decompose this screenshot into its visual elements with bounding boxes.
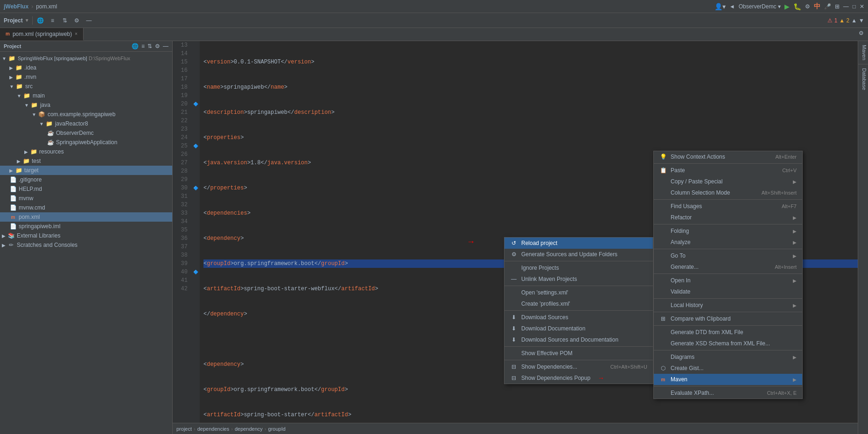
title-bar-right: 👤▾ ◄ ObserverDemc ▾ ▶ 🐛 ⚙ 中 🎤 ⊞ — □ ✕ — [714, 2, 864, 11]
menu-item-copy-paste-special[interactable]: Copy / Paste Special ▶ — [654, 176, 802, 187]
menu-item-compare-clipboard[interactable]: ⊞ Compare with Clipboard — [654, 313, 802, 324]
menu-item-download-sources[interactable]: ⬇ Download Sources — [504, 312, 653, 323]
title-minimize[interactable]: — — [843, 3, 849, 10]
sidebar-item-idea[interactable]: ▶ 📁 .idea — [0, 63, 172, 72]
sidebar-item-scratches[interactable]: ▶ ✏ Scratches and Consoles — [0, 240, 172, 250]
menu-item-open-settings[interactable]: Open 'settings.xml' — [504, 287, 653, 298]
sidebar-item-main[interactable]: ▼ 📁 main — [0, 91, 172, 100]
menu-item-show-effective-pom[interactable]: Show Effective POM — [504, 348, 653, 359]
title-mic[interactable]: 🎤 — [824, 3, 831, 10]
menu-item-paste[interactable]: 📋 Paste Ctrl+V — [654, 165, 802, 176]
menu-item-find-usages[interactable]: Find Usages Alt+F7 — [654, 201, 802, 212]
menu-item-create-gist[interactable]: ⬡ Create Gist... — [654, 363, 802, 374]
title-debug-btn[interactable]: 🐛 — [793, 3, 801, 10]
title-icon-user[interactable]: 👤▾ — [714, 3, 726, 10]
sidebar-item-pomxml[interactable]: m pom.xml — [0, 212, 172, 222]
nav-down[interactable]: ▼ — [859, 17, 864, 24]
sidebar-item-src[interactable]: ▼ 📁 src — [0, 82, 172, 91]
title-nav-back[interactable]: ◄ — [729, 3, 735, 10]
warning-count[interactable]: ▲ 2 — [839, 17, 849, 24]
sidebar-item-resources[interactable]: ▶ 📁 resources — [0, 147, 172, 156]
menu-item-show-deps-popup[interactable]: ⊟ Show Dependencies Popup → — [504, 372, 653, 384]
sidebar-sort[interactable]: ⇅ — [147, 43, 152, 49]
breadcrumb-project: project — [176, 426, 192, 432]
sidebar-item-mvnwcmd[interactable]: 📄 mvnw.cmd — [0, 203, 172, 212]
toolbar-btn-globe[interactable]: 🌐 — [35, 15, 46, 26]
menu-item-generate[interactable]: Generate... Alt+Insert — [654, 261, 802, 273]
menu-item-open-in[interactable]: Open In ▶ — [654, 275, 802, 286]
sidebar-item-mvnw[interactable]: 📄 mvnw — [0, 194, 172, 203]
menu-item-ignore-projects[interactable]: Ignore Projects — [504, 262, 653, 273]
sidebar-list[interactable]: ≡ — [141, 43, 145, 49]
toolbar-dropdown[interactable]: ▼ — [25, 18, 29, 23]
arrow-target: ▶ — [9, 168, 13, 173]
folder-icon-resources: 📁 — [30, 148, 37, 155]
sidebar-item-test[interactable]: ▶ 📁 test — [0, 156, 172, 166]
tab-pom-xml[interactable]: m pom.xml (springapiweb) × — [0, 28, 84, 41]
menu-sep-r3 — [654, 224, 802, 224]
tab-settings-btn[interactable]: ⚙ — [856, 28, 866, 38]
sidebar-item-observerdemc[interactable]: ☕ ObserverDemc — [0, 128, 172, 138]
menu-item-local-history[interactable]: Local History ▶ — [654, 300, 802, 311]
file-icon-helpmd: 📄 — [9, 185, 17, 193]
arrow-goto: ▶ — [793, 253, 797, 259]
sidebar-item-javareactor[interactable]: ▼ 📁 javaReactor8 — [0, 119, 172, 128]
menu-item-column-selection[interactable]: Column Selection Mode Alt+Shift+Insert — [654, 187, 802, 198]
menu-item-validate[interactable]: Validate — [654, 286, 802, 297]
sidebar-item-package[interactable]: ▼ 📦 com.example.springapiweb — [0, 110, 172, 119]
sidebar-minimize[interactable]: — — [163, 43, 168, 49]
menu-item-reload-project[interactable]: ↺ Reload project — [504, 238, 653, 249]
menu-item-goto[interactable]: Go To ▶ — [654, 250, 802, 261]
sidebar-item-springapiwebapp[interactable]: ☕ SpringapiwebApplication — [0, 138, 172, 147]
database-side-panel[interactable]: Database — [858, 64, 868, 94]
menu-item-refactor[interactable]: Refactor ▶ — [654, 212, 802, 223]
line-num-29: 29 — [176, 175, 188, 184]
error-count[interactable]: ⚠ 1 — [827, 17, 837, 24]
sidebar-glob[interactable]: 🌐 — [132, 43, 139, 49]
sidebar-item-target[interactable]: ▶ 📁 target — [0, 166, 172, 175]
menu-item-generate-sources[interactable]: ⚙ Generate Sources and Update Folders — [504, 249, 653, 260]
menu-item-context-actions[interactable]: 💡 Show Context Actions Alt+Enter — [654, 151, 802, 162]
sidebar-item-iml[interactable]: 📄 springapiweb.iml — [0, 222, 172, 231]
title-cn[interactable]: 中 — [814, 2, 820, 11]
breadcrumb-dependency: dependency — [235, 426, 263, 432]
toolbar-btn-sort[interactable]: ⇅ — [60, 15, 70, 26]
sidebar-gear[interactable]: ⚙ — [155, 43, 160, 49]
title-grid[interactable]: ⊞ — [835, 3, 840, 10]
line-num-28: 28 — [176, 167, 188, 175]
nav-up[interactable]: ▲ — [851, 17, 857, 24]
toolbar-btn-list[interactable]: ≡ — [48, 15, 58, 26]
maven-side-panel[interactable]: Maven — [858, 41, 868, 64]
menu-item-download-docs[interactable]: ⬇ Download Documentation — [504, 323, 653, 334]
sidebar-item-extlibs[interactable]: ▶ 📚 External Libraries — [0, 231, 172, 240]
toolbar-btn-gear[interactable]: ⚙ — [72, 15, 82, 26]
menu-item-maven[interactable]: m Maven ▶ — [654, 374, 802, 385]
menu-item-generate-dtd[interactable]: Generate DTD from XML File — [654, 327, 802, 338]
menu-item-generate-xsd[interactable]: Generate XSD Schema from XML File... — [654, 338, 802, 349]
line-num-39: 39 — [176, 259, 188, 268]
sidebar-item-mvn[interactable]: ▶ 📁 .mvn — [0, 72, 172, 82]
title-maximize[interactable]: □ — [853, 3, 856, 10]
sidebar-item-gitignore[interactable]: 📄 .gitignore — [0, 175, 172, 184]
folder-icon-root: 📁 — [8, 55, 16, 62]
menu-item-create-profiles[interactable]: Create 'profiles.xml' — [504, 298, 653, 309]
menu-item-diagrams[interactable]: Diagrams ▶ — [654, 351, 802, 363]
show-deps-icon: ⊟ — [510, 363, 518, 371]
sidebar-item-root[interactable]: ▼ 📁 SpringWebFlux [springapiweb] D:\Spri… — [0, 54, 172, 63]
sidebar-item-java[interactable]: ▼ 📁 java — [0, 100, 172, 110]
menu-item-evaluate-xpath[interactable]: Evaluate XPath... Ctrl+Alt+X, E — [654, 387, 802, 399]
sidebar-item-helpmd[interactable]: 📄 HELP.md — [0, 184, 172, 194]
menu-item-download-both[interactable]: ⬇ Download Sources and Documentation — [504, 334, 653, 345]
title-profile-selector[interactable]: ObserverDemc ▾ — [739, 3, 781, 10]
title-close[interactable]: ✕ — [860, 3, 864, 10]
sidebar: Project 🌐 ≡ ⇅ ⚙ — ▼ 📁 SpringWebFlux [spr… — [0, 41, 173, 434]
title-run-btn[interactable]: ▶ — [784, 3, 790, 10]
menu-item-unlink-maven[interactable]: — Unlink Maven Projects — [504, 273, 653, 285]
arrow-scratches: ▶ — [2, 243, 6, 248]
menu-item-show-dependencies[interactable]: ⊟ Show Dependencies... Ctrl+Alt+Shift+U — [504, 361, 653, 372]
tab-close-btn[interactable]: × — [75, 31, 77, 36]
menu-item-analyze[interactable]: Analyze ▶ — [654, 237, 802, 248]
menu-item-folding[interactable]: Folding ▶ — [654, 225, 802, 237]
toolbar-btn-minus[interactable]: — — [84, 15, 94, 26]
title-settings[interactable]: ⚙ — [805, 3, 810, 10]
